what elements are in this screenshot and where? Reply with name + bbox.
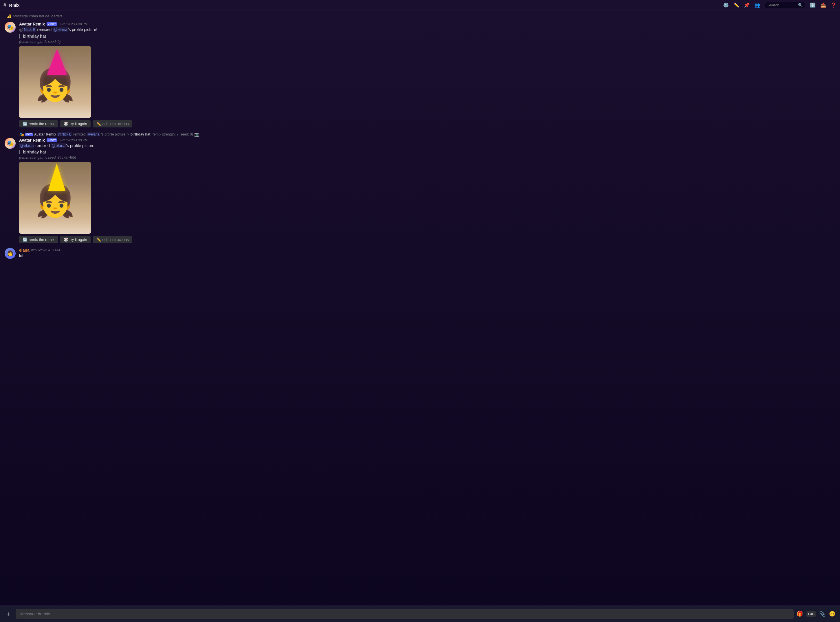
quote-bar-1: birthday hat [19,34,835,38]
try-label-2: try it again [70,238,87,242]
elana-mention-2: @elana [51,143,66,148]
message-input[interactable] [16,609,794,619]
user-msg-header: elana 02/27/2023 4:39 PM [19,248,835,253]
ref-action-text: remixed [73,132,86,136]
user-msg-content: elana 02/27/2023 4:39 PM lol [19,248,835,259]
avatar-user-emoji: 👩 [7,250,13,256]
msg-content-1: Avatar Remix ✓ BOT 02/27/2023 4:38 PM @N… [19,22,835,127]
action-buttons-2: 🔄 remix the remix 🎲 try it again ✏️ edit… [19,236,835,243]
remix-emoji-1: 🔄 [23,122,27,126]
bot-message-1: 🎭 Avatar Remix ✓ BOT 02/27/2023 4:38 PM … [5,22,835,127]
ref-bold: birthday hat [131,132,151,136]
user-message-elana: 👩 elana 02/27/2023 4:39 PM lol [5,248,835,259]
action-buttons-1: 🔄 remix the remix 🎲 try it again ✏️ edit… [19,120,835,127]
channel-name: remix [9,3,20,8]
user-msg-text: lol [19,253,835,259]
input-actions: 🎁 GIF 📎 😊 [797,611,835,617]
system-message: ⚠️ Message could not be loaded. [5,14,835,18]
remix-strength-1: (remix strength: 7, seed: 0) [19,40,835,44]
ref-mention-user: @Nick B [57,132,72,136]
members-icon[interactable]: 👥 [754,2,760,8]
ref-avatar: 🎭 [19,132,24,137]
ref-bot-badge: BOT [25,133,33,136]
quote-bar-2: birthday hat [19,150,835,154]
try-again-btn-2[interactable]: 🎲 try it again [60,236,91,243]
remix-the-remix-btn-2[interactable]: 🔄 remix the remix [19,236,58,243]
bot-username-2: Avatar Remix [19,138,45,142]
chat-area: ⚠️ Message could not be loaded. 🎭 Avatar… [0,11,840,605]
nick-mention: Nick B [23,27,36,32]
ref-bot-name: Avatar Remix [34,132,56,136]
user-msg-time: 02/27/2023 4:39 PM [31,248,60,252]
remix-image-2 [19,162,91,234]
remix-emoji-2: 🔄 [23,238,27,242]
try-emoji-2: 🎲 [64,238,68,242]
ref-line: 🎭 BOT Avatar Remix @Nick B remixed @elan… [5,132,835,137]
inbox-icon[interactable]: 📥 [820,2,826,8]
bot-badge-1: ✓ BOT [47,22,57,26]
remix-label-1: remix the remix [29,122,55,126]
verified-icon-1: ✓ [48,23,50,26]
edit-instructions-btn-1[interactable]: ✏️ edit instructions [93,120,132,127]
add-server-icon[interactable]: ⚙️ [723,2,729,8]
hash-icon: # [3,2,6,8]
add-attachment-button[interactable]: ＋ [5,610,13,618]
bot-message-2: 🎭 Avatar Remix ✓ BOT 02/27/2023 4:39 PM … [5,138,835,244]
ref-extra: (remix strength: 7, seed: 0) [151,132,193,136]
ref-text: 's profile picture! > [101,132,129,136]
search-box[interactable]: 🔍 [765,2,805,8]
input-bar: ＋ 🎁 GIF 📎 😊 [0,605,840,622]
msg-header-1: Avatar Remix ✓ BOT 02/27/2023 4:38 PM [19,22,835,26]
remix-label-2: remix the remix [29,238,55,242]
avatar-bot-1: 🎭 [5,22,16,33]
msg-content-2: Avatar Remix ✓ BOT 02/27/2023 4:39 PM @e… [19,138,835,244]
try-label-1: try it again [70,122,87,126]
gift-icon[interactable]: 🎁 [797,611,803,617]
edit-emoji-2: ✏️ [96,238,101,242]
remix-strength-2: (remix strength: 7, seed: 845797465) [19,156,835,160]
search-icon: 🔍 [798,3,803,7]
sticker-icon[interactable]: 📎 [819,611,826,617]
remix-the-remix-btn-1[interactable]: 🔄 remix the remix [19,120,58,127]
title-bar-right: ⚙️ ✏️ 📌 👥 🔍 ⬇️ 📥 ❓ [723,2,837,8]
avatar-emoji-2: 🎭 [7,140,14,147]
title-bar: # remix ⚙️ ✏️ 📌 👥 🔍 ⬇️ 📥 ❓ [0,0,840,11]
edit-emoji-1: ✏️ [96,122,101,126]
emoji-icon[interactable]: 😊 [829,611,835,617]
verified-icon-2: ✓ [48,139,50,141]
bot-badge-text-2: BOT [50,139,56,142]
quote-text-1: birthday hat [23,34,46,38]
msg-action-text-2: @elana remixed @elana's profile picture! [19,143,835,149]
edit-icon[interactable]: ✏️ [733,2,739,8]
msg-action-text-1: @Nick B remixed @elana's profile picture… [19,27,835,33]
avatar-elana: 👩 [5,248,16,259]
pin-icon[interactable]: 📌 [744,2,750,8]
help-icon[interactable]: ❓ [831,2,837,8]
search-input[interactable] [767,3,797,7]
plus-icon: ＋ [6,610,12,618]
action-prefix-2: @elana [19,143,34,148]
action-prefix-1: @ [19,27,23,32]
quote-text-2: birthday hat [23,150,46,154]
try-again-btn-1[interactable]: 🎲 try it again [60,120,91,127]
msg-header-2: Avatar Remix ✓ BOT 02/27/2023 4:39 PM [19,138,835,142]
bot-badge-text-1: BOT [50,23,56,26]
avatar-emoji-1: 🎭 [7,24,14,31]
remix-image-1 [19,46,91,118]
ref-camera-icon: 📷 [194,132,199,137]
edit-instructions-btn-2[interactable]: ✏️ edit instructions [93,236,132,243]
ref-mention-2: @elana [87,132,100,136]
msg-time-2: 02/27/2023 4:39 PM [59,139,87,142]
bot-username-1: Avatar Remix [19,22,45,26]
system-message-text: ⚠️ Message could not be loaded. [7,14,63,18]
user-username: elana [19,248,29,253]
gif-button[interactable]: GIF [807,611,816,617]
bot-badge-2: ✓ BOT [47,139,57,142]
edit-label-1: edit instructions [102,122,128,126]
title-bar-left: # remix [3,2,20,8]
elana-mention-1: @elana [53,27,68,32]
download-icon[interactable]: ⬇️ [810,2,816,8]
avatar-bot-2: 🎭 [5,138,16,149]
edit-label-2: edit instructions [102,238,128,242]
try-emoji-1: 🎲 [64,122,68,126]
